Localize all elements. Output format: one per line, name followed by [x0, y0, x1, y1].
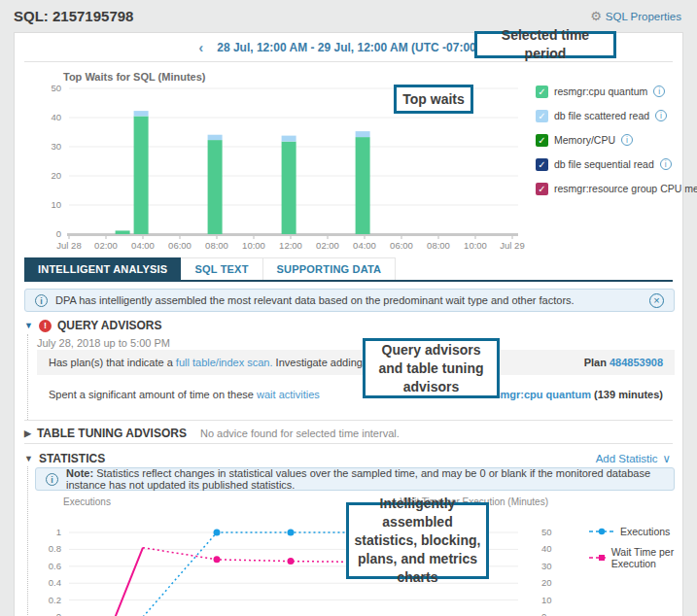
legend-marker-icon	[589, 527, 614, 536]
page-title: SQL: 2157195798	[14, 8, 133, 24]
legend-label: Executions	[620, 526, 670, 537]
statistics-title: STATISTICS	[39, 452, 105, 465]
legend-label: db file scattered read	[554, 110, 649, 121]
legend-label: Wait Time per Execution	[611, 546, 682, 569]
info-icon[interactable]: i	[621, 134, 633, 146]
divider	[24, 420, 673, 421]
info-banner: i DPA has intelligently assembled the mo…	[24, 289, 675, 312]
legend-label: db file sequential read	[554, 158, 654, 170]
svg-text:30: 30	[51, 141, 61, 152]
svg-text:02:00: 02:00	[316, 240, 339, 251]
close-icon[interactable]: ×	[649, 293, 664, 308]
divider	[24, 443, 673, 444]
legend-item[interactable]: ✓ resmgr:resource group CPU me... i	[536, 182, 681, 195]
svg-text:40: 40	[51, 112, 61, 122]
callout-top-waits: Top waits	[394, 85, 473, 114]
legend-checkbox[interactable]: ✓	[536, 86, 548, 98]
wait-type-link[interactable]: resmgr:cpu quantum	[484, 389, 591, 400]
svg-text:20: 20	[51, 170, 61, 181]
svg-text:08:00: 08:00	[205, 240, 228, 251]
statistics-chart: 00.20.40.60.8101020304050Jul 2802:0004:0…	[40, 508, 570, 616]
top-chart-legend: ✓ resmgr:cpu quantum i ✓ db file scatter…	[536, 85, 681, 206]
tab-bar: INTELLIGENT ANALYSIS SQL TEXT SUPPORTING…	[24, 257, 396, 280]
legend-item[interactable]: ✓ Memory/CPU i	[536, 133, 681, 147]
time-period-label[interactable]: 28 Jul, 12:00 AM - 29 Jul, 12:00 AM (UTC…	[217, 41, 480, 54]
legend-item[interactable]: ✓ db file scattered read i	[536, 109, 681, 122]
legend-item[interactable]: ✓ db file sequential read i	[536, 157, 681, 171]
advisor-date-range: July 28, 2018 up to 5:00 PM	[37, 337, 170, 349]
callout-advisors: Query advisors and table tuning advisors	[363, 338, 500, 398]
alert-badge-icon: !	[39, 320, 52, 332]
svg-text:Jul 28: Jul 28	[56, 240, 81, 251]
svg-text:0.2: 0.2	[49, 595, 61, 605]
info-icon[interactable]: i	[660, 158, 672, 170]
info-icon: i	[46, 473, 58, 486]
tab-supporting-data[interactable]: SUPPORTING DATA	[263, 257, 397, 280]
advisor-right: Plan 484853908	[584, 357, 663, 368]
info-icon[interactable]: i	[655, 110, 667, 121]
svg-text:10: 10	[541, 595, 552, 605]
prev-period-button[interactable]: ‹	[199, 40, 204, 55]
legend-label: resmgr:resource group CPU me...	[554, 183, 697, 194]
left-axis-title: Executions	[63, 496, 111, 507]
svg-text:0.4: 0.4	[49, 577, 61, 588]
svg-text:20: 20	[541, 577, 552, 588]
legend-label: Memory/CPU	[554, 134, 615, 146]
svg-text:Jul 29: Jul 29	[500, 240, 524, 251]
svg-text:04:00: 04:00	[131, 240, 155, 251]
legend-checkbox[interactable]: ✓	[536, 110, 548, 122]
advisor-row: Spent a significant amount of time on th…	[37, 382, 675, 407]
svg-text:1: 1	[56, 527, 61, 537]
svg-text:04:00: 04:00	[353, 240, 376, 251]
svg-text:0: 0	[56, 611, 61, 616]
svg-text:0: 0	[56, 228, 61, 239]
timeline-dotted-line	[27, 334, 28, 420]
legend-checkbox[interactable]: ✓	[536, 183, 548, 195]
table-tuning-message: No advice found for selected time interv…	[200, 428, 400, 439]
info-banner-text: DPA has intelligently assembled the most…	[55, 294, 575, 306]
table-tuning-header[interactable]: ▶ TABLE TUNING ADVISORS No advice found …	[24, 427, 400, 440]
svg-text:06:00: 06:00	[168, 240, 192, 251]
svg-text:40: 40	[541, 543, 552, 554]
legend-item[interactable]: Wait Time per Execution	[589, 551, 682, 565]
collapse-caret-icon[interactable]: ▼	[24, 321, 33, 330]
legend-item[interactable]: ✓ resmgr:cpu quantum i	[536, 85, 681, 98]
collapse-caret-icon[interactable]: ▼	[24, 454, 33, 463]
svg-text:30: 30	[541, 561, 552, 571]
advisor-right: resmgr:cpu quantum (139 minutes)	[484, 389, 663, 400]
tab-underline	[24, 280, 673, 282]
svg-text:02:00: 02:00	[94, 240, 118, 251]
add-statistic-button[interactable]: Add Statistic ∨	[596, 452, 671, 465]
table-tuning-title: TABLE TUNING ADVISORS	[37, 427, 187, 440]
statistics-chart-legend: Executions Wait Time per Execution	[589, 525, 682, 577]
legend-checkbox[interactable]: ✓	[536, 134, 548, 147]
info-icon[interactable]: i	[653, 86, 665, 97]
svg-text:0.8: 0.8	[49, 543, 61, 554]
query-advisors-title: QUERY ADVISORS	[57, 319, 162, 332]
svg-text:50: 50	[51, 83, 61, 93]
sql-properties-button[interactable]: ⚙ SQL Properties	[590, 9, 681, 23]
sql-properties-label: SQL Properties	[606, 11, 681, 22]
svg-text:10: 10	[51, 199, 61, 210]
tab-sql-text[interactable]: SQL TEXT	[181, 257, 262, 280]
plan-link[interactable]: 484853908	[610, 357, 663, 368]
tab-intelligent-analysis[interactable]: INTELLIGENT ANALYSIS	[24, 257, 181, 280]
gear-icon: ⚙	[590, 9, 602, 23]
note-text: Note: Statistics reflect changes in stat…	[66, 467, 664, 491]
wait-activities-link[interactable]: wait activities	[257, 389, 320, 400]
svg-text:10:00: 10:00	[242, 240, 265, 251]
svg-text:0.6: 0.6	[49, 561, 61, 571]
chevron-down-icon: ∨	[663, 452, 671, 465]
legend-item[interactable]: Executions	[589, 525, 682, 538]
note-banner: i Note: Statistics reflect changes in st…	[35, 467, 675, 491]
svg-text:10:00: 10:00	[464, 240, 487, 251]
svg-text:50: 50	[541, 527, 552, 537]
advisor-text: Spent a significant amount of time on th…	[49, 389, 320, 400]
statistics-header[interactable]: ▼ STATISTICS	[24, 452, 105, 465]
callout-selected-time-period: Selected time period	[474, 31, 616, 58]
legend-marker-icon	[589, 553, 606, 563]
full-table-scan-link[interactable]: full table/index scan.	[176, 357, 273, 368]
query-advisors-header[interactable]: ▼ ! QUERY ADVISORS	[24, 319, 162, 332]
expand-caret-icon[interactable]: ▶	[24, 428, 31, 438]
legend-checkbox[interactable]: ✓	[536, 158, 548, 171]
